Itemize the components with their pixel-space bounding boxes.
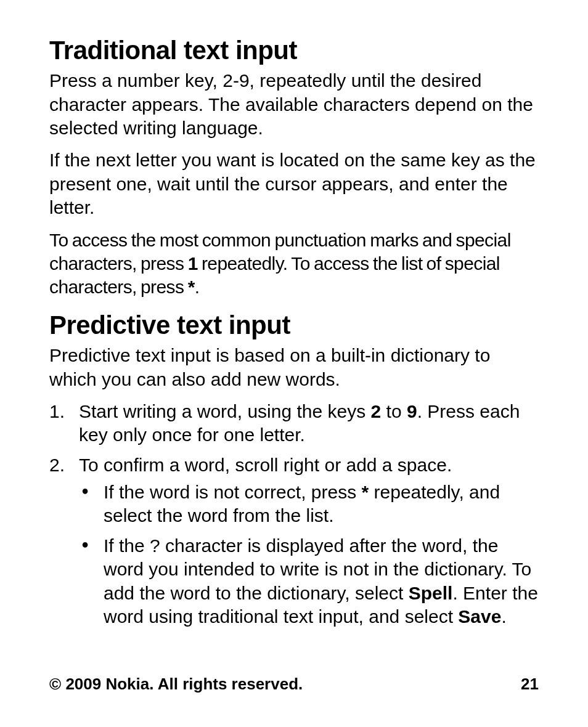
copyright-text: © 2009 Nokia. All rights reserved.: [49, 675, 303, 694]
body-paragraph: Predictive text input is based on a buil…: [49, 344, 539, 391]
text-run: .: [501, 606, 506, 627]
text-run: To confirm a word, scroll right or add a…: [79, 455, 452, 475]
key-label: *: [362, 482, 369, 502]
heading-predictive: Predictive text input: [49, 311, 539, 340]
bullet-list: If the word is not correct, press * repe…: [79, 481, 539, 628]
text-run: to: [381, 401, 407, 421]
text-run: Start writing a word, using the keys: [79, 401, 371, 421]
key-label: 1: [188, 253, 198, 274]
action-label: Save: [458, 606, 501, 627]
body-paragraph: To access the most common punctuation ma…: [49, 229, 539, 299]
heading-traditional: Traditional text input: [49, 36, 539, 65]
action-label: Spell: [409, 583, 453, 603]
list-item: To confirm a word, scroll right or add a…: [49, 453, 539, 629]
text-run: If the word is not correct, press: [104, 482, 362, 502]
body-paragraph: If the next letter you want is located o…: [49, 148, 539, 219]
key-label: *: [188, 277, 195, 297]
text-run: .: [195, 277, 200, 297]
list-item: Start writing a word, using the keys 2 t…: [49, 400, 539, 447]
numbered-list: Start writing a word, using the keys 2 t…: [49, 400, 539, 629]
list-item: If the word is not correct, press * repe…: [79, 481, 539, 528]
body-paragraph: Press a number key, 2-9, repeatedly unti…: [49, 69, 539, 140]
page-number: 21: [521, 675, 539, 694]
list-item: If the ? character is displayed after th…: [79, 534, 539, 629]
key-label: 9: [407, 401, 417, 421]
document-page: Traditional text input Press a number ke…: [0, 0, 588, 727]
key-label: 2: [371, 401, 382, 421]
page-footer: © 2009 Nokia. All rights reserved. 21: [49, 675, 539, 694]
